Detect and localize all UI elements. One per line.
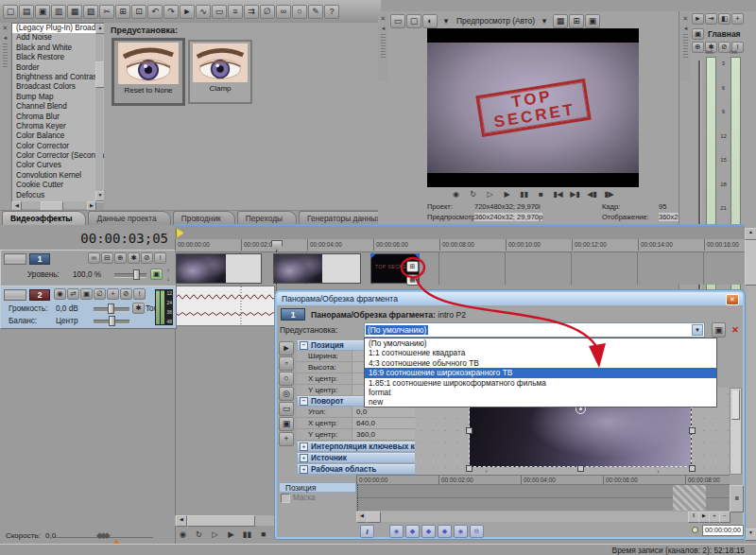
track-number[interactable]: 2 — [29, 289, 50, 301]
panel-grip[interactable] — [381, 34, 386, 59]
stop-icon[interactable]: ■ — [256, 528, 270, 541]
solo-icon[interactable]: ! — [133, 288, 146, 300]
event-fx-button[interactable]: ▦ — [406, 274, 419, 286]
effect-item[interactable]: Black Restore — [12, 53, 105, 62]
effect-item[interactable]: Black and White — [12, 43, 105, 53]
stop-icon[interactable]: ■ — [534, 188, 548, 200]
cut-icon[interactable]: ✂ — [99, 5, 114, 19]
copy-icon[interactable]: ⊞ — [115, 5, 130, 19]
zoom-region-tool-icon[interactable]: ◎ — [279, 387, 294, 401]
redo-icon[interactable]: ↷ — [163, 5, 179, 19]
chevron-down-icon[interactable]: ▼ — [692, 324, 703, 336]
source-section-header[interactable]: +Источник — [297, 453, 429, 463]
crop-handle[interactable] — [466, 427, 472, 434]
chevron-down-icon[interactable]: ▾ — [438, 14, 454, 28]
workspace-vscrollbar[interactable] — [730, 388, 742, 475]
effect-item[interactable]: Convolution Kernel — [12, 171, 105, 181]
play-icon[interactable]: ▶ — [224, 528, 238, 541]
pause-icon[interactable]: ▮▮ — [517, 188, 531, 200]
speed-envelope-points[interactable]: ◆◆◆ — [96, 530, 108, 540]
enable-snapping-icon[interactable]: ≡ — [228, 5, 243, 19]
normal-edit-tool-icon[interactable]: ► — [180, 5, 195, 19]
auto-ripple-icon[interactable]: ⇉ — [244, 5, 259, 19]
publish-icon[interactable]: ▦ — [67, 5, 82, 19]
effect-item[interactable]: Channel Blend — [12, 102, 105, 112]
arm-record-icon[interactable]: ◉ — [54, 288, 66, 300]
dropdown-item-16-9[interactable]: 16:9 соотношение широкоэкранного ТВ — [365, 368, 716, 377]
sync-cursor-icon[interactable]: I — [360, 525, 374, 538]
effect-item[interactable]: Color Balance — [12, 131, 105, 141]
scroll-left-icon[interactable]: ◀ — [176, 515, 187, 527]
step-back-icon[interactable]: ◀▮ — [585, 188, 599, 200]
preview-quality-icon[interactable]: ◐ — [422, 14, 438, 28]
volume-value[interactable]: 0,0 dB — [56, 304, 78, 313]
crop-tool-icon[interactable]: ▭ — [279, 402, 294, 416]
solo-icon[interactable]: ! — [154, 252, 166, 264]
effect-item[interactable]: Defocus — [12, 191, 105, 200]
close-icon[interactable]: ✕ — [726, 294, 739, 305]
effect-item[interactable]: Color Curves — [12, 161, 105, 170]
dropdown-item-new[interactable]: new — [365, 397, 716, 407]
go-to-start-icon[interactable]: ▮◀ — [551, 188, 565, 200]
new-project-icon[interactable]: ▢ — [3, 5, 18, 19]
selection-edit-tool-icon[interactable]: ▭ — [212, 5, 227, 19]
track-height-button[interactable]: ≣ — [730, 485, 744, 512]
effect-item[interactable]: (Legacy Plug-In) Broadcast — [12, 24, 105, 33]
track-drag-handle[interactable] — [4, 253, 26, 265]
pin-panel-icon[interactable]: ◂ — [684, 25, 688, 32]
delete-keyframe-icon[interactable]: ⊖ — [470, 525, 484, 538]
ignore-event-grouping-icon[interactable]: ∞ — [276, 5, 291, 19]
arrow-up-icon[interactable]: ↑ — [163, 266, 173, 274]
effect-item[interactable]: Cookie Cutter — [12, 181, 105, 190]
gear-icon[interactable]: ✱ — [132, 303, 145, 314]
timeline-vscrollbar[interactable]: ▲ ▼ — [745, 228, 756, 540]
pin-panel-icon[interactable]: ◂ — [4, 34, 8, 42]
pin-panel-icon[interactable]: ◂ — [382, 25, 386, 32]
save-snapshot-icon[interactable]: ▣ — [585, 14, 600, 28]
scroll-thumb[interactable] — [731, 390, 740, 420]
paste-icon[interactable]: ⊡ — [131, 5, 146, 19]
track-drag-handle[interactable] — [4, 289, 26, 301]
split-screen-view-icon[interactable]: ▦ — [553, 14, 568, 28]
mixer-insert-fx-icon[interactable]: ⊕ — [692, 42, 704, 53]
video-event-2[interactable] — [273, 253, 361, 284]
preset-combobox[interactable]: (По умолчанию) ▼ — [364, 322, 705, 338]
timeline-hscrollbar[interactable]: ◀ — [175, 515, 275, 526]
whats-this-help-icon[interactable]: ? — [324, 5, 339, 19]
keyframe-track-area[interactable] — [356, 485, 730, 511]
speed-value[interactable]: 0,0 — [45, 531, 56, 540]
effect-item[interactable]: Border — [12, 63, 105, 73]
bypass-motion-blur-icon[interactable]: ⊟ — [101, 252, 113, 264]
mask-keyframe-row[interactable]: Маска — [279, 493, 356, 503]
first-keyframe-icon[interactable]: ◈ — [389, 525, 404, 538]
mute-icon[interactable]: ⊘ — [141, 252, 153, 264]
track-number[interactable]: 1 — [29, 253, 50, 265]
lock-envelopes-icon[interactable]: ∅ — [260, 5, 275, 19]
track-motion-icon[interactable]: ⊕ — [114, 252, 127, 264]
dialog-timeline-ruler[interactable]: 0:00:00:0000:00:02:0000:00:04:0000:00:06… — [356, 475, 730, 485]
balance-value[interactable]: Центр — [56, 317, 77, 325]
record-icon[interactable]: ◉ — [449, 188, 463, 200]
level-value[interactable]: 100,0 % — [73, 270, 101, 279]
record-icon[interactable]: ◉ — [176, 528, 190, 541]
envelope-edit-tool-icon[interactable]: ∿ — [196, 5, 211, 19]
invert-phase-icon[interactable]: ∅ — [94, 288, 106, 300]
lamp-icon[interactable] — [692, 527, 698, 533]
dropdown-item-default[interactable]: (По умолчанию) — [365, 338, 716, 348]
close-panel-icon[interactable]: ✕ — [381, 15, 387, 23]
compose-parent-icon[interactable]: ∞ — [88, 252, 100, 264]
render-as-icon[interactable]: ▥ — [51, 5, 66, 19]
tab-video-fx[interactable]: Видеоэффекты — [2, 211, 86, 226]
loop-playback-icon[interactable]: ↻ — [466, 188, 480, 200]
mask-tool-icon[interactable]: ▣ — [279, 417, 294, 431]
preset-card-reset-to-none[interactable]: Reset to None — [112, 38, 185, 106]
preset-card-clamp[interactable]: Clamp — [188, 40, 252, 104]
move-tool-icon[interactable]: + — [279, 432, 294, 446]
input-routing-icon[interactable]: ⇄ — [67, 288, 79, 300]
insert-fx-icon[interactable]: + — [107, 288, 119, 300]
crop-handle[interactable] — [689, 465, 696, 472]
close-panel-icon[interactable]: ✕ — [3, 25, 9, 32]
zoom-edit-tool-icon[interactable]: ○ — [292, 5, 307, 19]
mixer-add-bus-icon[interactable]: + — [731, 13, 744, 25]
last-keyframe-icon[interactable]: ◈ — [454, 525, 468, 538]
